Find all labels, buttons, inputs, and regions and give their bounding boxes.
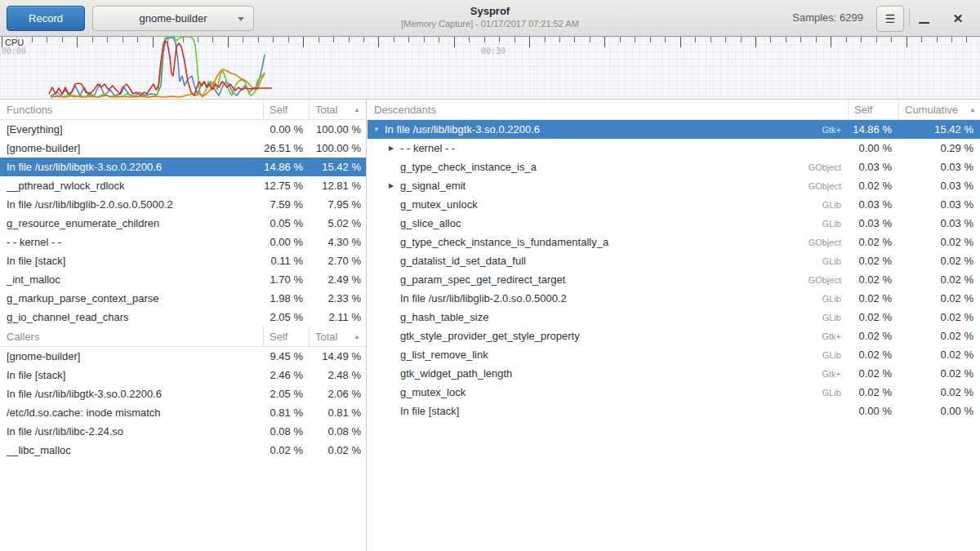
library-tag: GObject bbox=[808, 181, 841, 191]
table-row[interactable]: In file /usr/lib/libgtk-3.so.0.2200.614.… bbox=[0, 158, 366, 176]
table-row[interactable]: _int_malloc1.70 %2.49 % bbox=[0, 270, 366, 289]
table-row[interactable]: g_resource_enumerate_children0.05 %5.02 … bbox=[0, 214, 366, 233]
self-column-header[interactable]: Self bbox=[848, 100, 898, 119]
table-row[interactable]: In file /usr/lib/libglib-2.0.so.0.5000.2… bbox=[368, 289, 980, 308]
function-name: [Everything] bbox=[0, 123, 262, 136]
descendants-column-header[interactable]: Descendants bbox=[368, 100, 848, 119]
table-row[interactable]: g_mutex_unlockGLib0.03 %0.03 % bbox=[368, 195, 980, 214]
callers-column-header[interactable]: Callers bbox=[0, 327, 263, 346]
total-percent: 12.81 % bbox=[308, 180, 366, 192]
table-row[interactable]: In file [stack]0.11 %2.70 % bbox=[0, 251, 366, 270]
menu-button[interactable]: ☰ bbox=[876, 6, 904, 32]
descendant-name-cell: g_param_spec_get_redirect_targetGObject bbox=[368, 273, 848, 286]
cumulative-percent: 0.02 % bbox=[898, 349, 980, 361]
close-button[interactable]: ✕ bbox=[946, 6, 970, 32]
function-name: [gnome-builder] bbox=[0, 142, 262, 154]
library-tag: Gtk+ bbox=[822, 125, 841, 135]
function-name: g_hash_table_size bbox=[400, 311, 488, 323]
total-column-header[interactable]: Total ▲ bbox=[309, 100, 366, 119]
target-process-dropdown[interactable]: gnome-builder bbox=[92, 6, 254, 31]
table-row[interactable]: g_param_spec_get_redirect_targetGObject0… bbox=[368, 270, 980, 289]
table-row[interactable]: /etc/ld.so.cache: inode mismatch0.81 %0.… bbox=[0, 403, 366, 422]
library-tag: GLib bbox=[822, 219, 841, 229]
descendant-name-cell: g_slice_allocGLib bbox=[368, 217, 848, 229]
chevron-down-icon bbox=[238, 17, 244, 21]
self-column-header[interactable]: Self bbox=[263, 327, 309, 346]
table-row[interactable]: In file /usr/lib/libc-2.24.so0.08 %0.08 … bbox=[0, 422, 366, 441]
cumulative-percent: 0.03 % bbox=[898, 198, 980, 211]
table-row[interactable]: g_slice_allocGLib0.03 %0.03 % bbox=[368, 214, 980, 233]
table-row[interactable]: g_type_check_instance_is_fundamentally_a… bbox=[368, 233, 980, 251]
timeline-mid-label: 00:30 bbox=[481, 47, 506, 56]
sort-ascending-icon: ▲ bbox=[958, 106, 976, 113]
function-name: _int_malloc bbox=[0, 273, 262, 286]
table-row[interactable]: __libc_malloc0.02 %0.02 % bbox=[0, 441, 366, 460]
left-panel: Functions Self Total ▲ [Everything]0.00 … bbox=[0, 100, 367, 551]
table-row[interactable]: g_type_check_instance_is_aGObject0.03 %0… bbox=[368, 158, 980, 176]
functions-table: Functions Self Total ▲ [Everything]0.00 … bbox=[0, 100, 366, 327]
table-row[interactable]: In file [stack]0.00 %0.00 % bbox=[368, 402, 980, 420]
table-row[interactable]: [gnome-builder]26.51 %100.00 % bbox=[0, 139, 366, 158]
total-percent: 4.30 % bbox=[308, 236, 366, 248]
total-percent: 15.42 % bbox=[308, 161, 366, 173]
cumulative-percent: 0.03 % bbox=[898, 180, 980, 192]
function-name: In file /usr/lib/libgtk-3.so.0.2200.6 bbox=[0, 161, 262, 173]
function-name: __pthread_rwlock_rdlock bbox=[0, 180, 262, 192]
cumulative-percent: 0.02 % bbox=[898, 311, 980, 323]
self-percent: 0.02 % bbox=[848, 330, 898, 342]
close-icon: ✕ bbox=[953, 11, 964, 26]
descendants-table: Descendants Self Cumulative ▲ ▼In file /… bbox=[368, 100, 980, 420]
descendants-table-header: Descendants Self Cumulative ▲ bbox=[368, 100, 980, 120]
table-row[interactable]: In file /usr/lib/libglib-2.0.so.0.5000.2… bbox=[0, 195, 366, 214]
window-title-block: Sysprof [Memory Capture] - 01/17/2017 07… bbox=[245, 5, 735, 29]
table-row[interactable]: g_mutex_lockGLib0.02 %0.02 % bbox=[368, 383, 980, 402]
table-row[interactable]: ▶g_signal_emitGObject0.02 %0.03 % bbox=[368, 176, 980, 195]
function-name: __libc_malloc bbox=[0, 444, 262, 456]
function-name: In file [stack] bbox=[0, 255, 262, 267]
cumulative-percent: 0.02 % bbox=[898, 273, 980, 286]
minimize-button[interactable] bbox=[911, 6, 936, 32]
self-percent: 0.02 % bbox=[848, 255, 898, 267]
table-row[interactable]: ▼In file /usr/lib/libgtk-3.so.0.2200.6Gt… bbox=[368, 120, 980, 139]
function-name: g_type_check_instance_is_fundamentally_a bbox=[400, 236, 608, 248]
table-row[interactable]: ▶- - kernel - -0.00 %0.29 % bbox=[368, 139, 980, 158]
table-row[interactable]: gtk_widget_path_lengthGtk+0.02 %0.02 % bbox=[368, 364, 980, 383]
total-column-header[interactable]: Total ▲ bbox=[309, 327, 366, 346]
total-percent: 5.02 % bbox=[308, 217, 366, 229]
cumulative-percent: 0.02 % bbox=[898, 367, 980, 380]
self-column-header[interactable]: Self bbox=[263, 100, 309, 119]
table-row[interactable]: In file [stack]2.46 %2.48 % bbox=[0, 366, 366, 384]
expander-closed-icon[interactable]: ▶ bbox=[389, 182, 400, 189]
target-process-label: gnome-builder bbox=[139, 12, 207, 24]
total-percent: 2.70 % bbox=[308, 255, 366, 267]
right-panel: Descendants Self Cumulative ▲ ▼In file /… bbox=[368, 100, 980, 551]
table-row[interactable]: g_list_remove_linkGLib0.02 %0.02 % bbox=[368, 345, 980, 364]
table-row[interactable]: g_io_channel_read_chars2.05 %2.11 % bbox=[0, 308, 366, 327]
expander-open-icon[interactable]: ▼ bbox=[373, 126, 385, 133]
cumulative-percent: 0.02 % bbox=[898, 292, 980, 304]
minimize-icon bbox=[919, 22, 929, 24]
cumulative-column-header[interactable]: Cumulative ▲ bbox=[898, 100, 980, 119]
cpu-graph[interactable]: CPU 00:00 00:30 bbox=[0, 37, 980, 100]
record-button[interactable]: Record bbox=[7, 6, 85, 31]
descendant-name-cell: g_hash_table_sizeGLib bbox=[368, 311, 848, 323]
table-row[interactable]: In file /usr/lib/libgtk-3.so.0.2200.62.0… bbox=[0, 384, 366, 403]
window-title: Sysprof bbox=[245, 5, 735, 18]
self-percent: 0.00 % bbox=[848, 405, 898, 417]
functions-column-header[interactable]: Functions bbox=[0, 100, 263, 119]
cumulative-percent: 0.02 % bbox=[898, 255, 980, 267]
table-row[interactable]: [gnome-builder]9.45 %14.49 % bbox=[0, 347, 366, 366]
table-row[interactable]: [Everything]0.00 %100.00 % bbox=[0, 120, 366, 139]
table-row[interactable]: g_datalist_id_set_data_fullGLib0.02 %0.0… bbox=[368, 251, 980, 270]
table-row[interactable]: g_markup_parse_context_parse1.98 %2.33 % bbox=[0, 289, 366, 308]
function-name: In file /usr/lib/libgtk-3.so.0.2200.6 bbox=[0, 388, 262, 400]
table-row[interactable]: g_hash_table_sizeGLib0.02 %0.02 % bbox=[368, 308, 980, 327]
self-percent: 1.98 % bbox=[262, 292, 308, 304]
library-tag: Gtk+ bbox=[822, 369, 841, 379]
table-row[interactable]: gtk_style_provider_get_style_propertyGtk… bbox=[368, 327, 980, 345]
self-percent: 0.11 % bbox=[262, 255, 308, 267]
table-row[interactable]: __pthread_rwlock_rdlock12.75 %12.81 % bbox=[0, 176, 366, 195]
expander-closed-icon[interactable]: ▶ bbox=[389, 144, 400, 152]
table-row[interactable]: - - kernel - -0.00 %4.30 % bbox=[0, 233, 366, 251]
cumulative-percent: 15.42 % bbox=[898, 123, 980, 136]
